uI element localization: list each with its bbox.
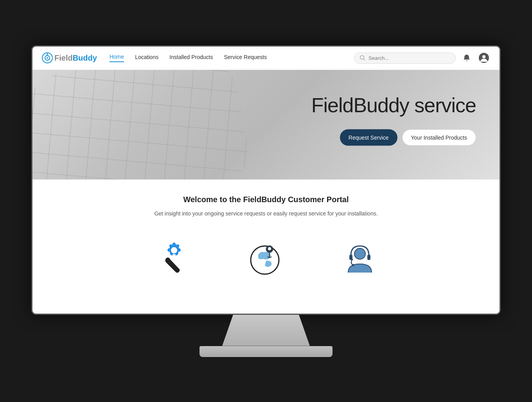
monitor-stand-base [200,346,332,357]
navbar: FieldBuddy Home Locations Installed Prod… [32,47,500,70]
svg-point-13 [354,248,365,259]
svg-point-7 [482,55,485,58]
nav-service-requests[interactable]: Service Requests [224,54,267,62]
hero-content: FieldBuddy service Request Service Your … [311,93,476,145]
logo-text: FieldBuddy [54,54,97,63]
hero-section: FieldBuddy service Request Service Your … [32,70,500,179]
welcome-title: Welcome to the FieldBuddy Customer Porta… [42,195,490,204]
nav-links: Home Locations Installed Products Servic… [110,54,341,62]
request-service-button[interactable]: Request Service [340,129,397,145]
logo[interactable]: FieldBuddy [42,52,97,63]
hero-title: FieldBuddy service [311,93,476,117]
monitor-stand-neck [211,315,321,346]
user-icon[interactable] [478,52,490,64]
service-feature-icon [149,235,196,282]
svg-point-10 [251,246,279,274]
welcome-subtitle: Get insight into your ongoing service re… [42,210,490,217]
nav-locations[interactable]: Locations [135,54,158,62]
svg-rect-15 [367,255,370,260]
svg-point-16 [352,264,354,266]
svg-point-4 [360,56,364,59]
svg-point-12 [268,247,271,250]
svg-line-5 [364,59,365,61]
bell-icon[interactable] [460,52,473,64]
svg-point-9 [165,258,170,262]
logo-icon [42,52,53,63]
nav-installed-products[interactable]: Installed Products [169,54,213,62]
installed-products-button[interactable]: Your Installed Products [402,129,476,145]
search-input[interactable] [368,55,450,61]
nav-home[interactable]: Home [110,54,124,62]
nav-right [354,52,490,64]
features-row [42,235,490,298]
hero-buttons: Request Service Your Installed Products [311,129,476,145]
search-bar[interactable] [354,52,456,64]
search-icon [360,55,365,61]
svg-point-2 [47,57,48,59]
main-content: Welcome to the FieldBuddy Customer Porta… [32,179,500,314]
location-feature-icon [243,235,289,282]
monitor-screen: FieldBuddy Home Locations Installed Prod… [31,45,501,315]
svg-point-8 [171,247,178,254]
support-feature-icon [336,235,383,282]
